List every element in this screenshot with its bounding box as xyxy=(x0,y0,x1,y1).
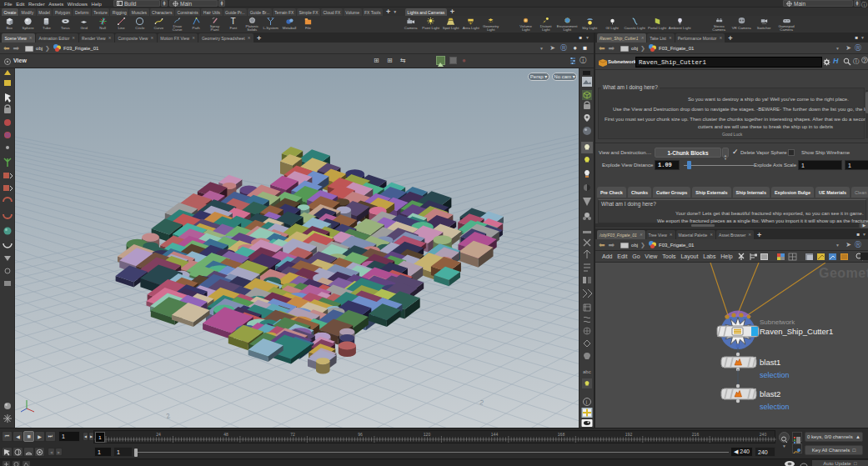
svg-text:144: 144 xyxy=(491,432,499,437)
svg-text:192: 192 xyxy=(625,432,633,437)
svg-text:72: 72 xyxy=(290,432,295,437)
svg-text:i: i xyxy=(586,399,588,405)
svg-text:216: 216 xyxy=(692,432,700,437)
svg-text:168: 168 xyxy=(558,432,565,437)
svg-text:24: 24 xyxy=(156,432,161,437)
svg-text:96: 96 xyxy=(358,432,363,437)
svg-text:48: 48 xyxy=(223,432,228,437)
svg-text:120: 120 xyxy=(424,432,431,437)
svg-text:abc: abc xyxy=(583,369,591,374)
svg-text:240: 240 xyxy=(760,432,767,437)
svg-text:T: T xyxy=(231,17,236,26)
